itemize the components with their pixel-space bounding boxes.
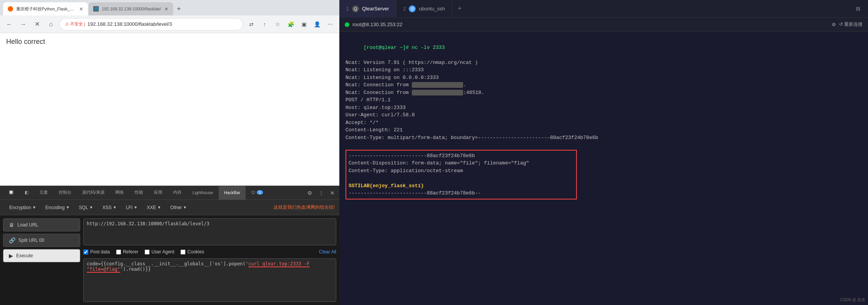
tab-close-2[interactable]: ✕ [164,6,169,12]
devtools-tab-sources[interactable]: 源代码/来源 [77,186,110,200]
encoding-arrow-icon: ▼ [66,205,70,209]
terminal-line-12: Content-Type: multipart/form-data; bound… [346,134,862,142]
hackbar-lfi-menu[interactable]: LFI ▼ [121,203,142,213]
back-button[interactable]: ← [4,19,15,30]
hello-text: Hello correct [6,38,45,45]
share-icon[interactable]: ↑ [259,19,270,30]
payload-suffix: ').read()}} [120,266,151,272]
load-url-button[interactable]: 🖥 Load URL [3,218,80,231]
devtools-tab-lighthouse[interactable]: Lighthouse [187,186,219,200]
reconnect-button[interactable]: ↺ 重新连接 [839,21,863,28]
terminal-tab-1[interactable]: 1 Q QlearServer [339,0,396,18]
useragent-checkbox-label[interactable]: User Agent [145,249,174,255]
terminal-flag-line: SSTILAB{enjoy_flask_ssti} [349,182,574,190]
extension-icon[interactable]: 🧩 [285,19,296,30]
referer-checkbox-label[interactable]: Referer [116,249,138,255]
stop-button[interactable]: ✕ [32,19,42,30]
devtools-tab-network[interactable]: 网络 [110,186,129,200]
terminal-actions: ⊟ [853,4,868,13]
lfi-arrow-icon: ▼ [134,205,138,209]
address-text: 192.168.32.138:10000/flasklab/level/3 [88,21,172,27]
useragent-checkbox[interactable] [145,250,150,255]
bookmark-icon[interactable]: ☆ [272,19,283,30]
hackbar-main: 🖥 Load URL 🔗 Split URL 00 ▶ Execute http… [0,215,339,305]
clear-all-button[interactable]: Clear All [319,249,336,255]
devtools-tab-elements[interactable]: 元素 [34,186,53,200]
cookies-checkbox[interactable] [180,250,185,255]
devtools-tab-performance[interactable]: 性能 [129,186,148,200]
devtools-tab-bar: 🔲 ◧ 元素 控制台 源代码/来源 网络 性能 应用 内存 Lighthouse… [0,186,339,200]
terminal-line-9: User-Agent: curl/7.58.0 [346,111,862,119]
address-input[interactable]: ⚠ 不安全 | 192.168.32.138:10000/flasklab/le… [59,18,243,30]
split-url-button[interactable]: 🔗 Split URL 00 [3,234,80,247]
hackbar-content: Encryption ▼ Encoding ▼ SQL ▼ XSS ▼ LFI [0,200,339,305]
reading-view-icon[interactable]: ▣ [298,19,309,30]
address-icons: ⇄ ↑ ☆ 🧩 ▣ 👤 ⋯ [246,19,335,30]
tab-close-1[interactable]: ✕ [79,6,83,12]
hackbar-slogan: 这就是我们热血沸腾的组合技! [273,204,335,211]
hackbar-sql-menu[interactable]: SQL ▼ [74,203,98,213]
message-count-badge: 1 [257,190,263,194]
terminal-expand-icon[interactable]: ⊟ [853,4,863,13]
browser-tab-2[interactable]: 🌐 192.168.32.138:10000/flasklab/ ✕ [89,2,173,15]
devtools-tab-console[interactable]: 控制台 [53,186,77,200]
terminal-line-18: --------------------------88acf23f24b78e… [349,189,574,197]
hackbar-xxe-menu[interactable]: XXE ▼ [142,203,166,213]
terminal-tab-label-2: ubuntu_ssh [419,6,445,12]
insecure-badge: ⚠ 不安全 | [65,21,85,27]
home-button[interactable]: ⌂ [46,19,56,30]
postdata-checkbox-label[interactable]: Post data [83,249,110,255]
terminal-cursor-line [346,200,862,208]
hackbar-menu: Encryption ▼ Encoding ▼ SQL ▼ XSS ▼ LFI [0,200,339,215]
terminal-tab-2[interactable]: 2 @ ubuntu_ssh [396,0,452,18]
url-textarea[interactable]: http://192.168.32.138:10000/flasklab/lev… [83,218,336,245]
devtools-close-icon[interactable]: ✕ [329,188,336,198]
hackbar-encoding-menu[interactable]: Encoding ▼ [41,203,74,213]
payload-area[interactable]: code={{config.__class__.__init__.__globa… [83,258,336,302]
terminal-tab-bar: 1 Q QlearServer 2 @ ubuntu_ssh + ⊟ [339,0,868,18]
devtools-icon-tab-1[interactable]: 🔲 [3,186,19,200]
hackbar-left-panel: 🖥 Load URL 🔗 Split URL 00 ▶ Execute [3,218,80,302]
hackbar-other-menu[interactable]: Other ▼ [166,203,192,213]
payload-prefix: code={{config.__class__.__init__.__globa… [87,261,248,266]
hackbar-encryption-menu[interactable]: Encryption ▼ [5,203,41,213]
terminal-line-16: Content-Type: application/octet-stream [349,167,574,175]
add-tab-button[interactable]: + [174,2,184,15]
terminal-line-8: Host: qlear.top:2333 [346,104,862,112]
profile-icon[interactable]: 👤 [312,19,322,30]
devtools-tab-application[interactable]: 应用 [148,186,168,200]
postdata-checkbox[interactable] [83,250,88,255]
terminal-line-17 [349,174,574,182]
other-arrow-icon: ▼ [183,205,187,209]
forward-button[interactable]: → [18,19,29,30]
hackbar-xss-menu[interactable]: XSS ▼ [98,203,121,213]
connection-actions: ⚙ ↺ 重新连接 [832,21,863,28]
menu-icon[interactable]: ⋯ [325,19,335,30]
connection-name: root@8.130.35.253:22 [352,22,403,27]
address-bar: ← → ✕ ⌂ ⚠ 不安全 | 192.168.32.138:10000/fla… [0,15,339,33]
execute-button[interactable]: ▶ Execute [3,249,80,262]
terminal-line-13 [346,141,862,149]
devtools-icon-tab-2[interactable]: ◧ [19,186,34,200]
devtools-tab-count[interactable]: 🗨 1 [246,186,268,200]
connection-bar: root@8.130.35.253:22 ⚙ ↺ 重新连接 [339,18,868,32]
translate-icon[interactable]: ⇄ [246,19,257,30]
cookies-checkbox-label[interactable]: Cookies [180,249,204,255]
terminal-add-tab-button[interactable]: + [452,0,467,18]
browser-panel: 重庆橙子科技Python_Flask_SST ✕ 🌐 192.168.32.13… [0,0,339,305]
devtools-tab-hackbar[interactable]: HackBar [219,186,246,200]
xss-arrow-icon: ▼ [113,205,117,209]
terminal-line-5: Ncat: Connection from ████████████. [346,81,862,89]
terminal-output: [root@qlear ~]# nc -lv 2333 Ncat: Versio… [339,32,868,305]
referer-checkbox[interactable] [116,250,121,255]
tab-favicon-2: 🌐 [93,6,99,12]
devtools-settings-icon[interactable]: ⚙ [306,188,314,198]
browser-tab-1[interactable]: 重庆橙子科技Python_Flask_SST ✕ [3,2,88,15]
terminal-highlight-box: --------------------------88acf23f24b78e… [346,150,577,199]
devtools-tab-memory[interactable]: 内存 [168,186,187,200]
devtools-more-icon[interactable]: ⋮ [317,188,325,198]
terminal-settings-icon[interactable]: ⚙ [832,22,836,27]
terminal-line-10: Accept: */* [346,119,862,127]
terminal-line-2: Ncat: Version 7.91 ( https://nmap.org/nc… [346,59,862,67]
terminal-tab-num-2: 2 [403,6,406,12]
